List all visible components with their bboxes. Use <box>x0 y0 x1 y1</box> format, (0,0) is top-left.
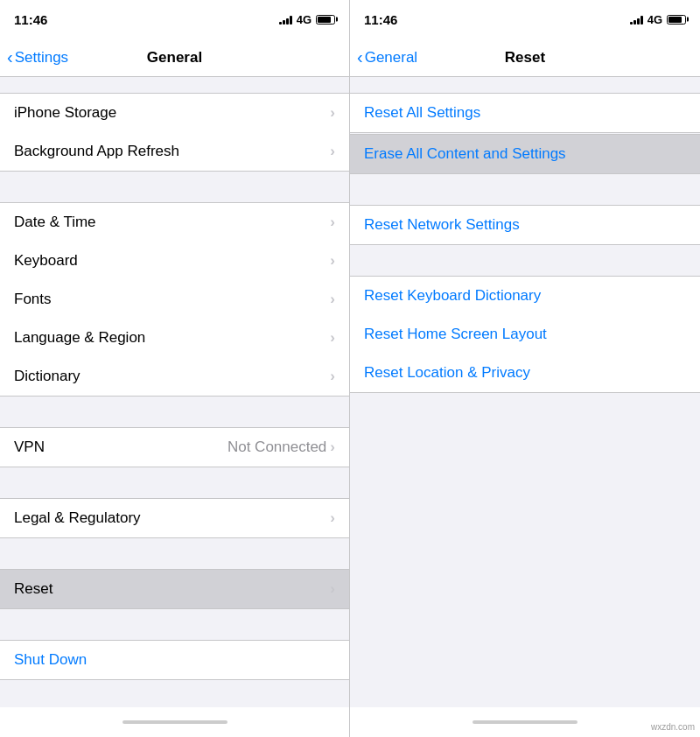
list-item-vpn[interactable]: VPN Not Connected › <box>0 428 349 467</box>
shutdown-label: Shut Down <box>14 651 335 669</box>
reset-home-screen-label: Reset Home Screen Layout <box>364 326 686 343</box>
back-chevron-left: ‹ <box>7 48 13 66</box>
right-gap2 <box>350 245 700 276</box>
chevron-bg-refresh: › <box>330 143 335 160</box>
chevron-vpn: › <box>330 439 335 456</box>
section-storage: iPhone Storage › Background App Refresh … <box>0 93 349 172</box>
left-scroll-content: iPhone Storage › Background App Refresh … <box>0 77 349 707</box>
gap2 <box>0 397 349 427</box>
battery-icon-right <box>667 15 686 25</box>
list-item-reset-network[interactable]: Reset Network Settings <box>350 206 700 244</box>
list-item-fonts[interactable]: Fonts › <box>0 280 349 319</box>
section-shutdown: Shut Down <box>0 640 349 680</box>
section-reset: Reset › <box>0 569 349 609</box>
battery-icon <box>316 15 335 25</box>
chevron-reset: › <box>330 580 335 598</box>
home-indicator-right <box>350 707 700 737</box>
chevron-language: › <box>330 329 335 347</box>
home-indicator-left <box>0 707 349 737</box>
back-label-right: General <box>365 49 417 67</box>
erase-all-label: Erase All Content and Settings <box>364 145 686 163</box>
section-legal: Legal & Regulatory › <box>0 498 349 538</box>
chevron-fonts: › <box>330 291 335 308</box>
time-left: 11:46 <box>14 12 47 27</box>
indicators-left: 4G <box>279 13 335 26</box>
chevron-date-time: › <box>330 214 335 231</box>
back-button-left[interactable]: ‹ Settings <box>7 49 68 67</box>
reset-network-label: Reset Network Settings <box>364 216 686 234</box>
list-item-shutdown[interactable]: Shut Down <box>0 641 349 679</box>
fonts-label: Fonts <box>14 291 330 308</box>
nav-bar-right: ‹ General Reset <box>350 39 700 77</box>
list-item-reset-home-screen[interactable]: Reset Home Screen Layout <box>350 315 700 354</box>
list-item-reset-location[interactable]: Reset Location & Privacy <box>350 354 700 392</box>
chevron-keyboard: › <box>330 252 335 270</box>
section-date-dict: Date & Time › Keyboard › Fonts › Languag… <box>0 202 349 397</box>
section-reset-network: Reset Network Settings <box>350 205 700 245</box>
list-item-reset[interactable]: Reset › <box>0 570 349 608</box>
section-reset-more: Reset Keyboard Dictionary Reset Home Scr… <box>350 276 700 393</box>
iphone-storage-label: iPhone Storage <box>14 104 330 122</box>
gap6 <box>0 680 349 707</box>
background-refresh-label: Background App Refresh <box>14 143 330 160</box>
status-bar-right: 11:46 4G <box>350 0 700 39</box>
list-item-reset-all-settings[interactable]: Reset All Settings <box>350 94 700 132</box>
home-bar-left <box>122 720 228 724</box>
dictionary-label: Dictionary <box>14 368 330 385</box>
reset-label: Reset <box>14 580 330 598</box>
right-gap1 <box>350 174 700 205</box>
reset-location-label: Reset Location & Privacy <box>364 364 686 382</box>
legal-label: Legal & Regulatory <box>14 509 330 527</box>
reset-keyboard-dict-label: Reset Keyboard Dictionary <box>364 287 686 305</box>
signal-icon <box>279 14 292 25</box>
right-panel: 11:46 4G ‹ General Reset Reset All <box>350 0 700 737</box>
list-item-dictionary[interactable]: Dictionary › <box>0 357 349 396</box>
right-scroll-content: Reset All Settings Erase All Content and… <box>350 77 700 707</box>
list-item-keyboard[interactable]: Keyboard › <box>0 242 349 280</box>
network-left: 4G <box>297 13 312 26</box>
back-label-left: Settings <box>15 49 68 67</box>
section-vpn: VPN Not Connected › <box>0 427 349 467</box>
chevron-storage: › <box>330 104 335 122</box>
nav-title-left: General <box>147 49 202 67</box>
keyboard-label: Keyboard <box>14 252 330 270</box>
status-bar-left: 11:46 4G <box>0 0 349 39</box>
chevron-dictionary: › <box>330 368 335 385</box>
signal-icon-right <box>630 14 643 25</box>
chevron-legal: › <box>330 509 335 527</box>
gap1 <box>0 172 349 202</box>
vpn-sublabel: Not Connected <box>228 439 326 456</box>
list-item-date-time[interactable]: Date & Time › <box>0 203 349 242</box>
watermark: wxzdn.com <box>651 722 695 732</box>
list-item-iphone-storage[interactable]: iPhone Storage › <box>0 94 349 132</box>
gap4 <box>0 538 349 569</box>
nav-bar-left: ‹ Settings General <box>0 39 349 77</box>
section-reset-all: Reset All Settings <box>350 93 700 133</box>
left-panel: 11:46 4G ‹ Settings General iPhone <box>0 0 350 737</box>
time-right: 11:46 <box>364 12 397 27</box>
home-bar-right <box>472 720 578 724</box>
list-item-erase-all[interactable]: Erase All Content and Settings <box>350 135 700 173</box>
right-filler <box>350 393 700 568</box>
list-item-reset-keyboard-dict[interactable]: Reset Keyboard Dictionary <box>350 277 700 315</box>
indicators-right: 4G <box>630 13 686 26</box>
section-erase-all: Erase All Content and Settings <box>350 134 700 174</box>
back-chevron-right: ‹ <box>357 48 363 66</box>
gap5 <box>0 609 349 640</box>
reset-all-settings-label: Reset All Settings <box>364 104 686 122</box>
gap3 <box>0 467 349 498</box>
list-item-legal[interactable]: Legal & Regulatory › <box>0 499 349 537</box>
date-time-label: Date & Time <box>14 214 330 231</box>
vpn-label: VPN <box>14 439 228 456</box>
nav-title-right: Reset <box>505 49 545 67</box>
list-item-language[interactable]: Language & Region › <box>0 319 349 357</box>
network-right: 4G <box>648 13 662 26</box>
back-button-right[interactable]: ‹ General <box>357 49 417 67</box>
list-item-background-refresh[interactable]: Background App Refresh › <box>0 132 349 171</box>
language-label: Language & Region <box>14 329 330 347</box>
